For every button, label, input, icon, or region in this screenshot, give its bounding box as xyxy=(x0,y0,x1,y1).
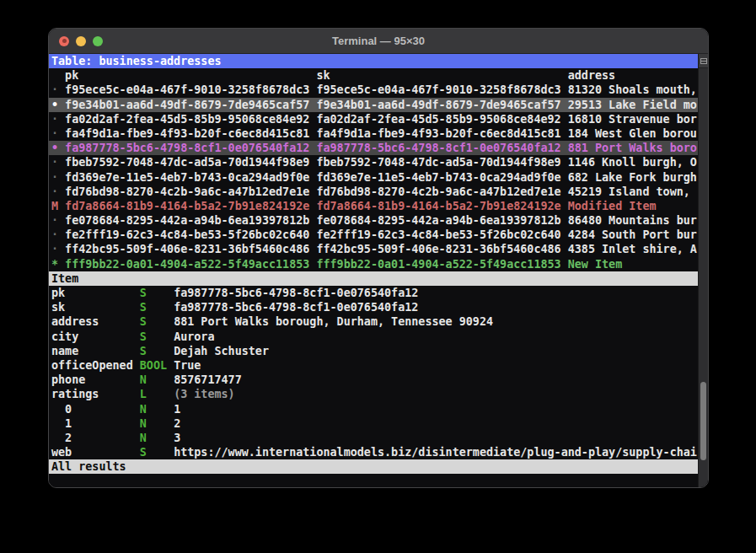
field-type: S xyxy=(140,301,174,314)
field-type: N xyxy=(140,432,174,444)
item-field-row[interactable]: 2 N 3 xyxy=(49,431,700,445)
table-row[interactable]: · fa02d2af-2fea-45d5-85b9-95068ce84e92 f… xyxy=(49,112,700,126)
row-text: fd76bd98-8270-4c2b-9a6c-a47b12ed7e1e fd7… xyxy=(58,185,690,198)
field-value: Aurora xyxy=(174,330,214,343)
table-row[interactable]: M fd7a8664-81b9-4164-b5a2-7b91e824192e f… xyxy=(49,199,700,213)
table-header-row: pk sk address xyxy=(49,68,700,83)
field-type: S xyxy=(140,345,174,357)
row-text: fd369e7e-11e5-4eb7-b743-0ca294ad9f0e fd3… xyxy=(58,171,697,184)
field-type: N xyxy=(140,417,174,430)
field-key: city xyxy=(51,330,140,343)
field-value: True xyxy=(174,359,201,372)
row-marker-icon: · xyxy=(51,83,58,96)
row-marker-icon: · xyxy=(51,127,58,140)
field-type: N xyxy=(140,373,174,386)
row-marker-icon: · xyxy=(51,113,58,126)
zoom-button[interactable] xyxy=(93,36,103,46)
table-row[interactable]: · fbeb7592-7048-47dc-ad5a-70d1944f98e9 f… xyxy=(49,155,700,169)
item-field-row[interactable]: city S Aurora xyxy=(49,330,700,344)
close-button[interactable] xyxy=(59,36,69,46)
row-marker-icon: · xyxy=(51,171,58,184)
field-value: 8576717477 xyxy=(174,373,242,386)
row-marker-icon: · xyxy=(51,185,58,198)
field-key: phone xyxy=(51,373,140,386)
split-pane-icon xyxy=(700,58,707,64)
item-field-row[interactable]: name S Dejah Schuster xyxy=(49,344,700,358)
scrollbar[interactable] xyxy=(698,54,708,487)
table-row[interactable]: · fe078684-8295-442a-a94b-6ea19397812b f… xyxy=(49,213,700,228)
item-field-row[interactable]: officeOpened BOOL True xyxy=(49,358,700,373)
desktop-background: Terminal — 95×30 Table: business-address… xyxy=(0,0,756,553)
window-titlebar: Terminal — 95×30 xyxy=(49,29,708,54)
item-field-row[interactable]: address S 881 Port Walks borough, Durham… xyxy=(49,314,700,329)
traffic-lights xyxy=(59,36,103,46)
scrollbar-thumb[interactable] xyxy=(700,382,706,460)
row-text: fe078684-8295-442a-a94b-6ea19397812b fe0… xyxy=(58,214,697,227)
item-field-row[interactable]: 0 N 1 xyxy=(49,402,700,416)
status-bar: All results xyxy=(49,459,700,474)
item-field-row[interactable]: web S https://www.internationalmodels.bi… xyxy=(49,445,700,459)
terminal-body: Table: business-addresses pk sk address … xyxy=(49,54,708,487)
field-value: (3 items) xyxy=(174,388,235,400)
field-value: 3 xyxy=(174,432,180,444)
field-value: fa987778-5bc6-4798-8cf1-0e076540fa12 xyxy=(174,287,418,299)
item-panel-header: Item xyxy=(49,271,700,286)
window-title: Terminal — 95×30 xyxy=(49,35,708,47)
row-marker-icon: • xyxy=(51,142,58,154)
field-value: Dejah Schuster xyxy=(174,345,269,357)
row-text: f9e34b01-aa6d-49df-8679-7de9465caf57 f9e… xyxy=(58,99,697,111)
table-row[interactable]: · ff42bc95-509f-406e-8231-36bf5460c486 f… xyxy=(49,242,700,256)
row-text: fa4f9d1a-fbe9-4f93-b20f-c6ec8d415c81 fa4… xyxy=(58,127,697,140)
row-text: fa02d2af-2fea-45d5-85b9-95068ce84e92 fa0… xyxy=(58,113,697,126)
field-key: name xyxy=(51,345,140,357)
row-text: fbeb7592-7048-47dc-ad5a-70d1944f98e9 fbe… xyxy=(58,156,697,169)
table-row[interactable]: · fe2fff19-62c3-4c84-be53-5f26bc02c640 f… xyxy=(49,228,700,242)
field-value: 2 xyxy=(174,417,180,430)
row-text: fe2fff19-62c3-4c84-be53-5f26bc02c640 fe2… xyxy=(58,228,697,241)
terminal-window: Terminal — 95×30 Table: business-address… xyxy=(48,28,709,488)
row-text: fa987778-5bc6-4798-8cf1-0e076540fa12 fa9… xyxy=(58,142,697,154)
field-key: 1 xyxy=(51,417,140,430)
item-field-row[interactable]: phone N 8576717477 xyxy=(49,373,700,387)
item-field-row[interactable]: 1 N 2 xyxy=(49,416,700,431)
row-text: f95ece5c-e04a-467f-9010-3258f8678dc3 f95… xyxy=(58,83,697,96)
table-row[interactable]: · fa4f9d1a-fbe9-4f93-b20f-c6ec8d415c81 f… xyxy=(49,126,700,141)
row-text: fff9bb22-0a01-4904-a522-5f49acc11853 fff… xyxy=(58,258,622,271)
item-field-row[interactable]: ratings L (3 items) xyxy=(49,387,700,401)
field-type: N xyxy=(140,403,174,416)
field-type: S xyxy=(140,446,174,459)
row-marker-icon: * xyxy=(51,258,58,271)
row-marker-icon: · xyxy=(51,214,58,227)
row-marker-icon: · xyxy=(51,243,58,255)
table-row[interactable]: · f95ece5c-e04a-467f-9010-3258f8678dc3 f… xyxy=(49,83,700,97)
row-marker-icon: • xyxy=(51,99,58,111)
field-key: address xyxy=(51,315,140,328)
field-value: 1 xyxy=(174,403,180,416)
field-value: fa987778-5bc6-4798-8cf1-0e076540fa12 xyxy=(174,301,418,314)
row-marker-icon: · xyxy=(51,228,58,241)
field-key: sk xyxy=(51,301,140,314)
row-text: fd7a8664-81b9-4164-b5a2-7b91e824192e fd7… xyxy=(58,200,656,212)
split-pane-button[interactable] xyxy=(699,54,708,68)
item-field-row[interactable]: pk S fa987778-5bc6-4798-8cf1-0e076540fa1… xyxy=(49,286,700,300)
table-rows: · f95ece5c-e04a-467f-9010-3258f8678dc3 f… xyxy=(49,83,700,271)
table-row[interactable]: * fff9bb22-0a01-4904-a522-5f49acc11853 f… xyxy=(49,257,700,271)
minimize-button[interactable] xyxy=(76,36,86,46)
terminal-content: Table: business-addresses pk sk address … xyxy=(49,54,700,487)
field-value: 881 Port Walks borough, Durham, Tennesse… xyxy=(174,315,493,328)
table-row[interactable]: • fa987778-5bc6-4798-8cf1-0e076540fa12 f… xyxy=(49,141,700,155)
field-type: S xyxy=(140,315,174,328)
row-marker-icon: · xyxy=(51,156,58,169)
table-row[interactable]: • f9e34b01-aa6d-49df-8679-7de9465caf57 f… xyxy=(49,98,700,112)
row-text: ff42bc95-509f-406e-8231-36bf5460c486 ff4… xyxy=(58,243,697,255)
item-field-row[interactable]: sk S fa987778-5bc6-4798-8cf1-0e076540fa1… xyxy=(49,300,700,314)
field-key: web xyxy=(51,446,140,459)
item-fields: pk S fa987778-5bc6-4798-8cf1-0e076540fa1… xyxy=(49,286,700,459)
field-value: https://www.internationalmodels.biz/disi… xyxy=(174,446,697,459)
table-row[interactable]: · fd76bd98-8270-4c2b-9a6c-a47b12ed7e1e f… xyxy=(49,185,700,199)
unsaved-dot-icon xyxy=(62,39,67,43)
field-type: S xyxy=(140,330,174,343)
table-row[interactable]: · fd369e7e-11e5-4eb7-b743-0ca294ad9f0e f… xyxy=(49,170,700,185)
field-type: BOOL xyxy=(140,359,174,372)
field-type: S xyxy=(140,287,174,299)
